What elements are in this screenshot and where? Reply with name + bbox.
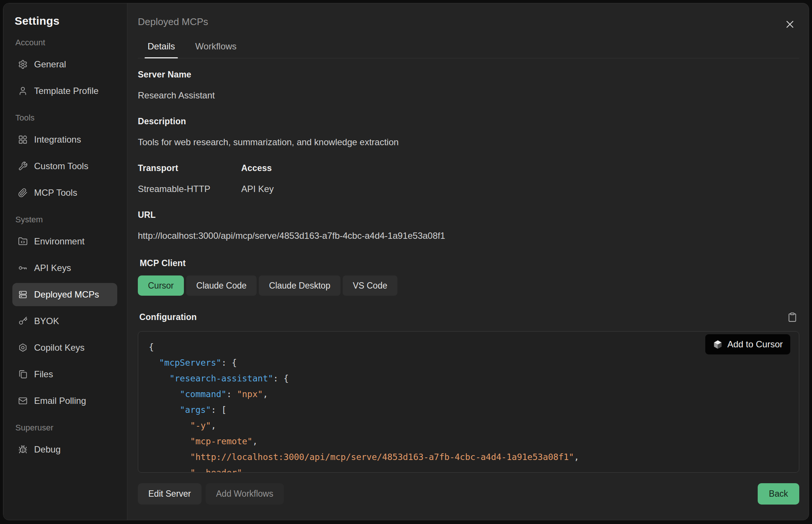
sidebar-section-label-system: System: [15, 215, 117, 225]
folder-code-icon: [18, 237, 28, 246]
close-icon: [784, 18, 796, 30]
sidebar-item-copilot-keys[interactable]: Copilot Keys: [12, 336, 117, 359]
sidebar-item-label: Integrations: [34, 134, 81, 145]
cursor-cube-icon: [713, 339, 723, 350]
panel-title: Deployed MCPs: [138, 16, 799, 28]
key-horizontal-icon: [18, 263, 28, 273]
sidebar-item-label: Environment: [34, 236, 85, 247]
sidebar-item-label: Deployed MCPs: [34, 289, 99, 300]
sidebar-section-label-tools: Tools: [15, 113, 117, 123]
sidebar-item-label: BYOK: [34, 316, 59, 326]
bug-icon: [18, 445, 28, 454]
mcp-client-cursor[interactable]: Cursor: [138, 275, 184, 296]
sidebar-item-deployed-mcps[interactable]: Deployed MCPs: [12, 283, 117, 306]
tab-bar: DetailsWorkflows: [138, 41, 799, 58]
tab-details[interactable]: Details: [145, 41, 178, 58]
mail-icon: [18, 396, 28, 406]
sidebar-item-label: General: [34, 59, 66, 70]
clipboard-icon: [787, 312, 797, 322]
description-value: Tools for web research, summarization, a…: [138, 137, 799, 147]
sidebar-item-label: Debug: [34, 444, 61, 455]
sidebar-item-api-keys[interactable]: API Keys: [12, 256, 117, 280]
url-value: http://localhost:3000/api/mcp/serve/4853…: [138, 231, 799, 241]
edit-server-button[interactable]: Edit Server: [138, 483, 202, 505]
back-button[interactable]: Back: [758, 483, 799, 505]
blocks-icon: [18, 135, 28, 144]
transport-label: Transport: [138, 163, 241, 173]
description-label: Description: [138, 116, 799, 127]
mcp-client-group: CursorClaude CodeClaude DesktopVS Code: [138, 275, 799, 296]
sidebar-item-label: MCP Tools: [34, 188, 77, 198]
server-name-value: Research Assistant: [138, 90, 799, 101]
sidebar-nav: AccountGeneralTemplate ProfileToolsInteg…: [12, 38, 117, 461]
user-icon: [18, 86, 28, 96]
footer-actions: Edit Server Add Workflows Back: [138, 483, 799, 505]
sidebar-item-label: Custom Tools: [34, 161, 88, 171]
configuration-code: { "mcpServers": { "research-assistant": …: [149, 339, 788, 473]
url-label: URL: [138, 210, 799, 220]
sidebar-item-integrations[interactable]: Integrations: [12, 128, 117, 151]
sidebar-item-label: Template Profile: [34, 86, 99, 96]
paperclip-icon: [18, 188, 28, 198]
key-icon: [18, 316, 28, 326]
sidebar-item-template-profile[interactable]: Template Profile: [12, 79, 117, 103]
sidebar-item-general[interactable]: General: [12, 53, 117, 76]
hexagon-badge-icon: [18, 343, 28, 353]
sidebar-item-label: API Keys: [34, 263, 71, 273]
sidebar-item-debug[interactable]: Debug: [12, 438, 117, 461]
sidebar-item-custom-tools[interactable]: Custom Tools: [12, 155, 117, 178]
settings-sidebar: Settings AccountGeneralTemplate ProfileT…: [3, 3, 127, 520]
access-value: API Key: [241, 184, 274, 194]
copy-configuration-button[interactable]: [786, 311, 799, 323]
gear-icon: [18, 60, 28, 69]
mcp-client-vs-code[interactable]: VS Code: [343, 275, 397, 296]
sidebar-title: Settings: [12, 15, 117, 27]
close-button[interactable]: [783, 18, 797, 31]
wrench-icon: [18, 161, 28, 171]
mcp-client-label: MCP Client: [140, 258, 799, 268]
tab-workflows[interactable]: Workflows: [192, 41, 239, 58]
server-name-label: Server Name: [138, 70, 799, 80]
sidebar-section-label-superuser: Superuser: [15, 423, 117, 433]
sidebar-item-environment[interactable]: Environment: [12, 230, 117, 253]
sidebar-item-label: Copilot Keys: [34, 342, 85, 353]
deployed-mcps-panel: Deployed MCPs DetailsWorkflows Server Na…: [127, 3, 809, 520]
transport-value: Streamable-HTTP: [138, 184, 241, 194]
files-icon: [18, 369, 28, 379]
mcp-client-claude-desktop[interactable]: Claude Desktop: [259, 275, 340, 296]
settings-modal: Settings AccountGeneralTemplate ProfileT…: [3, 3, 809, 520]
sidebar-section-label-account: Account: [15, 38, 117, 48]
add-workflows-button[interactable]: Add Workflows: [206, 483, 284, 505]
add-to-cursor-label: Add to Cursor: [727, 339, 783, 350]
sidebar-item-mcp-tools[interactable]: MCP Tools: [12, 181, 117, 204]
configuration-label: Configuration: [139, 312, 197, 322]
server-icon: [18, 290, 28, 299]
sidebar-item-files[interactable]: Files: [12, 363, 117, 386]
add-to-cursor-button[interactable]: Add to Cursor: [705, 334, 790, 354]
sidebar-item-label: Files: [34, 369, 53, 380]
configuration-code-block[interactable]: { "mcpServers": { "research-assistant": …: [138, 331, 799, 473]
access-label: Access: [241, 163, 274, 173]
sidebar-item-label: Email Polling: [34, 396, 86, 406]
sidebar-item-byok[interactable]: BYOK: [12, 310, 117, 333]
sidebar-item-email-polling[interactable]: Email Polling: [12, 389, 117, 412]
mcp-client-claude-code[interactable]: Claude Code: [186, 275, 257, 296]
